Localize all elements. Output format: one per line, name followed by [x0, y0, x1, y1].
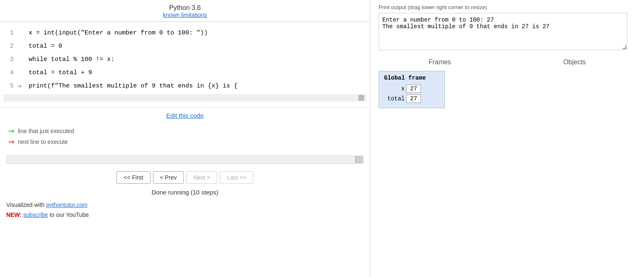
- objects-section: Objects: [513, 58, 636, 108]
- frame-row-x: x 27: [384, 85, 440, 93]
- progress-bar[interactable]: [6, 156, 364, 164]
- global-frame-box: Global frame x 27 total 27: [379, 71, 445, 108]
- line-num-3: 3: [2, 56, 14, 63]
- first-button[interactable]: << First: [117, 171, 150, 184]
- legend: ⇒ line that just executed ⇒ next line to…: [0, 123, 370, 151]
- code-content-1: x = int(input("Enter a number from 0 to …: [29, 29, 208, 36]
- left-header: Python 3.6 known limitations: [0, 0, 370, 22]
- code-line-4: 4 total = total + 9: [0, 66, 370, 79]
- left-panel: Python 3.6 known limitations 1 x = int(i…: [0, 0, 370, 277]
- line-num-1: 1: [2, 29, 14, 36]
- frame-var-x: x: [384, 85, 405, 92]
- legend-green: ⇒ line that just executed: [8, 126, 362, 136]
- green-arrow-icon: ⇒: [17, 81, 22, 90]
- subscribe-suffix: to our YouTube: [48, 211, 89, 218]
- code-content-5: print(f"The smallest multiple of 9 that …: [29, 83, 238, 90]
- legend-green-arrow-icon: ⇒: [8, 126, 15, 136]
- line-num-2: 2: [2, 43, 14, 50]
- edit-link-container: Edit this code: [0, 108, 370, 123]
- resize-handle-icon[interactable]: [622, 45, 626, 49]
- scroll-thumb: [358, 95, 364, 101]
- progress-thumb: [355, 156, 362, 163]
- status-text: Done running (10 steps): [0, 187, 370, 197]
- footer-prefix: Visualized with: [6, 202, 46, 208]
- code-area: 1 x = int(input("Enter a number from 0 t…: [0, 22, 370, 108]
- code-line-1: 1 x = int(input("Enter a number from 0 t…: [0, 26, 370, 39]
- print-output-box[interactable]: Enter a number from 0 to 100: 27The smal…: [379, 13, 627, 50]
- prev-button[interactable]: < Prev: [153, 171, 184, 184]
- print-output-label: Print output (drag lower right corner to…: [379, 4, 636, 10]
- footer-visualized: Visualized with pythontutor.com: [6, 202, 364, 208]
- code-line-5: 5 ⇒ print(f"The smallest multiple of 9 t…: [0, 79, 370, 92]
- legend-red-arrow-icon: ⇒: [8, 137, 15, 146]
- nav-buttons: << First < Prev Next > Last >>: [0, 168, 370, 187]
- print-output-text: Enter a number from 0 to 100: 27The smal…: [382, 17, 549, 30]
- code-content-2: total = 0: [29, 43, 62, 50]
- arrow-5: ⇒: [17, 81, 29, 90]
- frame-row-total: total 27: [384, 95, 440, 103]
- footer-new-line: NEW: subscribe to our YouTube: [6, 211, 364, 218]
- frames-section: Frames Global frame x 27 total 27: [379, 58, 501, 108]
- code-line-2: 2 total = 0: [0, 39, 370, 53]
- new-label: NEW:: [6, 211, 23, 218]
- global-frame-title: Global frame: [384, 75, 440, 81]
- code-content-3: while total % 100 != x:: [29, 56, 114, 63]
- objects-title: Objects: [513, 58, 636, 66]
- footer: Visualized with pythontutor.com NEW: sub…: [0, 197, 370, 222]
- main-container: Python 3.6 known limitations 1 x = int(i…: [0, 0, 644, 277]
- line-num-4: 4: [2, 69, 14, 76]
- subscribe-link[interactable]: subscribe: [23, 211, 48, 218]
- code-line-3: 3 while total % 100 != x:: [0, 53, 370, 66]
- line-num-5: 5: [2, 83, 14, 90]
- frame-val-total: 27: [406, 95, 421, 103]
- code-content-4: total = total + 9: [29, 69, 92, 76]
- python-version-title: Python 3.6: [0, 4, 370, 12]
- pythontutor-link[interactable]: pythontutor.com: [46, 202, 87, 208]
- next-button[interactable]: Next >: [186, 171, 217, 184]
- last-button[interactable]: Last >>: [220, 171, 253, 184]
- frames-objects-container: Frames Global frame x 27 total 27 Object…: [379, 58, 636, 108]
- legend-red-label: next line to execute: [18, 138, 68, 145]
- frame-var-total: total: [384, 95, 405, 102]
- edit-code-link[interactable]: Edit this code: [166, 112, 204, 119]
- legend-green-label: line that just executed: [18, 128, 74, 134]
- code-scrollbar[interactable]: [3, 94, 367, 102]
- right-panel: Print output (drag lower right corner to…: [370, 0, 644, 277]
- frame-val-x: 27: [406, 85, 421, 93]
- known-limitations-link[interactable]: known limitations: [163, 12, 207, 18]
- frames-title: Frames: [379, 58, 501, 66]
- legend-red: ⇒ next line to execute: [8, 137, 362, 146]
